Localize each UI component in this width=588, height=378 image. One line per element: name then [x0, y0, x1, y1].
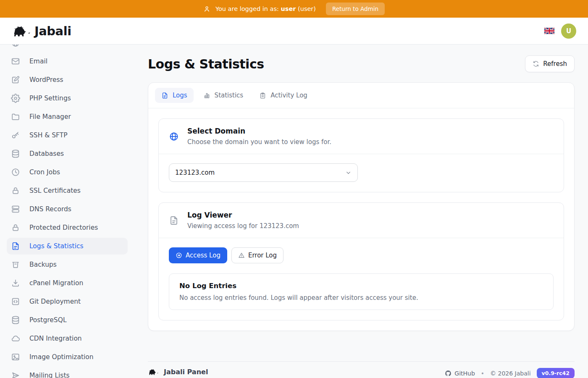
sidebar-item-cron-jobs[interactable]: Cron Jobs — [7, 164, 128, 181]
empty-log-title: No Log Entries — [179, 282, 543, 290]
sidebar-nav: EmailWordPressPHP SettingsFile ManagerSS… — [0, 45, 134, 378]
log-viewer-title: Log Viewer — [187, 211, 299, 219]
sidebar-item-email[interactable]: Email — [7, 53, 128, 70]
impersonation-text: You are logged in as: user (user) — [215, 5, 316, 12]
file-text-icon — [169, 215, 179, 226]
database-icon — [11, 315, 20, 325]
sidebar-item-wordpress[interactable]: WordPress — [7, 71, 128, 88]
select-domain-subtitle: Choose the domain you want to view logs … — [187, 138, 331, 146]
edit-icon — [11, 75, 20, 84]
sidebar-item-cpanel-migration[interactable]: cPanel Migration — [7, 275, 128, 291]
app-footer: Jabali Panel GitHub • © 2026 Jabali v0.9… — [148, 361, 575, 378]
server-icon — [11, 205, 20, 214]
empty-log-message: No access log entries found. Logs will a… — [179, 294, 543, 302]
database-icon — [11, 149, 20, 158]
globe-icon — [11, 45, 20, 47]
sidebar-item-label: Databases — [29, 150, 64, 158]
sidebar-item-label: cPanel Migration — [29, 279, 83, 287]
sidebar-item-label: Cron Jobs — [29, 168, 60, 176]
image-icon — [11, 352, 20, 362]
chevron-down-icon — [345, 170, 352, 176]
alert-triangle-icon — [238, 252, 245, 259]
user-icon — [203, 5, 210, 13]
sidebar-item-image-optimization[interactable]: Image Optimization — [7, 349, 128, 365]
sidebar-item-protected-directories[interactable]: Protected Directories — [7, 219, 128, 236]
sidebar-item-ssh-sftp[interactable]: SSH & SFTP — [7, 127, 128, 144]
sidebar-item-file-manager[interactable]: File Manager — [7, 108, 128, 125]
sidebar-item-php-settings[interactable]: PHP Settings — [7, 90, 128, 107]
logs-panel-card: LogsStatisticsActivity Log Select Domain… — [148, 82, 575, 331]
sidebar-item-logs-statistics[interactable]: Logs & Statistics — [7, 238, 128, 255]
lock-icon — [11, 223, 20, 232]
refresh-button[interactable]: Refresh — [525, 55, 575, 72]
refresh-icon — [533, 60, 539, 67]
tab-label: Statistics — [215, 92, 244, 99]
sidebar-item-partial[interactable] — [7, 45, 128, 51]
access-log-button[interactable]: Access Log — [169, 247, 227, 263]
mail-icon — [11, 57, 20, 66]
lock-icon — [11, 186, 20, 195]
version-badge: v0.9-rc42 — [537, 368, 575, 378]
main-content: Logs & Statistics Refresh LogsStatistics… — [134, 45, 588, 378]
bar-chart-icon — [203, 92, 210, 99]
globe-icon — [169, 131, 179, 142]
page-title: Logs & Statistics — [148, 57, 264, 71]
sidebar-item-git-deployment[interactable]: Git Deployment — [7, 293, 128, 310]
sidebar-item-label: Logs & Statistics — [29, 242, 84, 250]
key-icon — [11, 131, 20, 140]
empty-log-state: No Log Entries No access log entries fou… — [169, 273, 554, 310]
cloud-icon — [11, 334, 20, 343]
sidebar-item-label: PHP Settings — [29, 94, 71, 102]
tab-logs[interactable]: Logs — [155, 88, 194, 103]
domain-select-value: 123123.com — [175, 169, 215, 176]
sidebar-item-label: Backups — [29, 261, 57, 268]
log-viewer-subtitle: Viewing access log for 123123.com — [187, 222, 299, 230]
sidebar-item-mailing-lists[interactable]: Mailing Lists — [7, 367, 128, 378]
sidebar-item-backups[interactable]: Backups — [7, 256, 128, 273]
archive-icon — [11, 260, 20, 269]
sidebar-item-label: SSL Certificates — [29, 187, 81, 194]
footer-copyright: © 2026 Jabali — [490, 370, 530, 377]
user-avatar[interactable]: U — [561, 24, 576, 39]
arrow-right-circle-icon — [176, 252, 182, 259]
sidebar-item-label: Protected Directories — [29, 224, 98, 231]
github-icon — [445, 370, 452, 377]
sidebar-item-cdn-integration[interactable]: CDN Integration — [7, 330, 128, 347]
tab-label: Logs — [173, 92, 187, 99]
select-domain-title: Select Domain — [187, 127, 331, 135]
sidebar-item-label: CDN Integration — [29, 335, 82, 342]
select-domain-card: Select Domain Choose the domain you want… — [158, 118, 564, 192]
return-to-admin-button[interactable]: Return to Admin — [326, 3, 385, 15]
log-viewer-card: Log Viewer Viewing access log for 123123… — [158, 202, 564, 320]
sidebar-item-postgresql[interactable]: PostgreSQL — [7, 312, 128, 328]
sidebar-item-label: Image Optimization — [29, 353, 94, 361]
domain-select[interactable]: 123123.com — [169, 163, 358, 182]
sidebar-item-label: PostgreSQL — [29, 316, 67, 324]
impersonation-username: user — [281, 5, 296, 12]
footer-brand: Jabali Panel — [164, 368, 208, 376]
impersonation-role: (user) — [298, 5, 316, 12]
error-log-button[interactable]: Error Log — [231, 247, 284, 263]
footer-separator: • — [481, 370, 484, 377]
sidebar-item-label: Email — [29, 58, 47, 65]
file-text-icon — [11, 242, 20, 251]
download-icon — [11, 278, 20, 288]
language-flag-icon[interactable] — [544, 27, 554, 34]
clipboard-icon — [259, 92, 266, 99]
sidebar-item-label: SSH & SFTP — [29, 131, 68, 139]
tab-bar: LogsStatisticsActivity Log — [148, 83, 574, 108]
brand-logo[interactable]: Jabali — [12, 24, 71, 38]
send-icon — [11, 371, 20, 378]
sidebar-item-ssl-certificates[interactable]: SSL Certificates — [7, 182, 128, 199]
github-link[interactable]: GitHub — [445, 370, 475, 377]
code-square-icon — [11, 297, 20, 306]
gear-icon — [11, 94, 20, 103]
sidebar-item-label: File Manager — [29, 113, 71, 121]
clock-icon — [11, 168, 20, 177]
tab-activity-log[interactable]: Activity Log — [253, 88, 314, 103]
sidebar-item-databases[interactable]: Databases — [7, 145, 128, 162]
tab-statistics[interactable]: Statistics — [197, 88, 250, 103]
sidebar-item-dns-records[interactable]: DNS Records — [7, 201, 128, 218]
sidebar-item-label: WordPress — [29, 76, 63, 84]
app-root: You are logged in as: user (user) Return… — [0, 0, 588, 378]
